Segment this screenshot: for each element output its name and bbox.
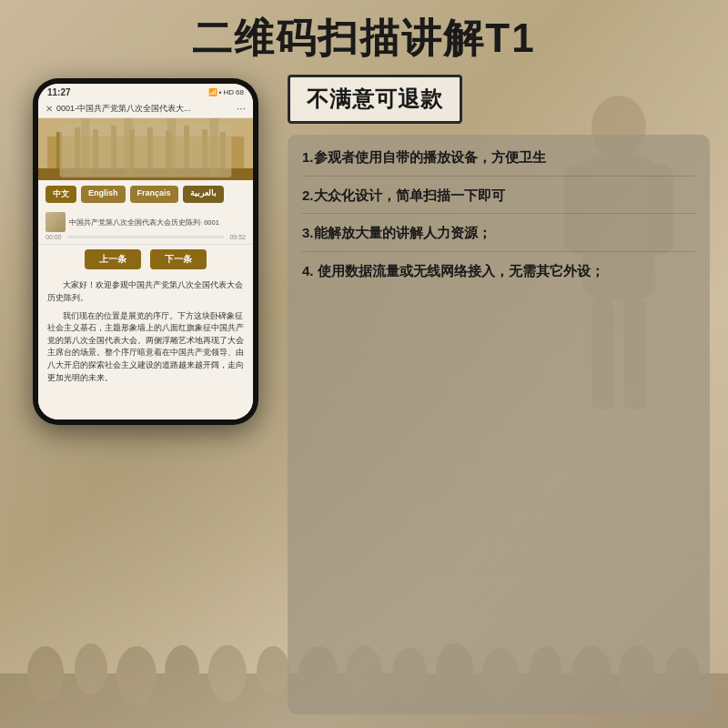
phone-screen: 11:27 📶 ▪ HD 68 ✕ 0001-中国共产党第八次全国代表大... …: [38, 84, 253, 420]
lower-section: 11:27 📶 ▪ HD 68 ✕ 0001-中国共产党第八次全国代表大... …: [18, 75, 710, 714]
text-para-2: 我们现在的位置是展览的序厅。下方这块卧碑象征社会主义基石，主题形象墙上的八面红旗…: [47, 310, 244, 385]
prev-button[interactable]: 上一条: [85, 249, 141, 269]
svg-rect-32: [202, 129, 207, 173]
feature-item-3: 3.能解放大量的讲解人力资源；: [302, 223, 695, 252]
time-current: 00:00: [46, 234, 62, 240]
svg-rect-33: [220, 132, 226, 173]
refund-text: 不满意可退款: [307, 86, 443, 111]
battery-icon: HD: [224, 88, 235, 96]
page-nav-title: 0001-中国共产党第八次全国代表大...: [56, 103, 233, 115]
content-wrapper: 二维码扫描讲解T1 11:27 📶 ▪ HD 68: [0, 0, 728, 728]
lang-tab-english[interactable]: English: [81, 186, 126, 203]
feature-item-2: 2.大众化设计，简单扫描一下即可: [302, 186, 695, 215]
browser-nav-bar: ✕ 0001-中国共产党第八次全国代表大... ···: [38, 99, 253, 118]
time-total: 09:52: [229, 234, 246, 240]
audio-thumbnail: [46, 212, 66, 232]
hero-image: [38, 118, 253, 180]
language-tabs: 中文 English Français بالعربية: [38, 180, 253, 208]
lang-tab-arabic[interactable]: بالعربية: [183, 186, 224, 203]
page-title: 二维码扫描讲解T1: [18, 16, 710, 60]
svg-rect-27: [111, 126, 116, 173]
signal-icon: 📶: [208, 88, 217, 96]
svg-rect-22: [38, 118, 253, 180]
wifi-icon: ▪: [219, 88, 222, 96]
more-button[interactable]: ···: [237, 102, 246, 115]
svg-rect-26: [93, 129, 98, 173]
text-para-1: 大家好！欢迎参观中国共产党第八次全国代表大会历史陈列。: [47, 279, 244, 304]
phone-wrapper: 11:27 📶 ▪ HD 68 ✕ 0001-中国共产党第八次全国代表大... …: [18, 75, 273, 714]
text-content: 大家好！欢迎参观中国共产党第八次全国代表大会历史陈列。 我们现在的位置是展览的序…: [38, 274, 253, 420]
battery-level: 68: [236, 88, 244, 96]
svg-rect-29: [147, 127, 153, 173]
lang-tab-chinese[interactable]: 中文: [46, 186, 76, 203]
svg-rect-24: [56, 132, 62, 173]
lang-tab-french[interactable]: Français: [130, 186, 178, 203]
feature-item-1: 1.参观者使用自带的播放设备，方便卫生: [302, 147, 695, 177]
next-button[interactable]: 下一条: [150, 249, 207, 269]
right-panel: 不满意可退款 1.参观者使用自带的播放设备，方便卫生 2.大众化设计，简单扫描一…: [288, 75, 710, 714]
audio-title: 中国共产党第八次全国代表大会历史陈列· 0001: [69, 218, 246, 228]
phone-mockup: 11:27 📶 ▪ HD 68 ✕ 0001-中国共产党第八次全国代表大... …: [33, 78, 258, 425]
status-bar: 11:27 📶 ▪ HD 68: [38, 84, 253, 99]
audio-player: 中国共产党第八次全国代表大会历史陈列· 0001 00:00 09:52: [38, 208, 253, 245]
svg-rect-30: [166, 131, 171, 173]
svg-rect-28: [129, 129, 135, 173]
svg-rect-25: [75, 127, 80, 173]
audio-info: 中国共产党第八次全国代表大会历史陈列· 0001: [46, 212, 246, 232]
building-illustration: [38, 118, 253, 180]
svg-rect-31: [184, 126, 189, 173]
status-time: 11:27: [47, 87, 71, 97]
status-icons: 📶 ▪ HD 68: [208, 88, 244, 96]
feature-item-4: 4. 使用数据流量或无线网络接入，无需其它外设；: [302, 261, 695, 282]
svg-rect-23: [47, 136, 244, 173]
refund-badge: 不满意可退款: [288, 75, 462, 124]
features-panel: 1.参观者使用自带的播放设备，方便卫生 2.大众化设计，简单扫描一下即可 3.能…: [288, 135, 710, 714]
close-button[interactable]: ✕: [46, 104, 53, 114]
audio-controls: 00:00 09:52: [46, 234, 246, 240]
progress-bar[interactable]: [67, 236, 225, 238]
svg-rect-34: [38, 168, 253, 180]
nav-buttons: 上一条 下一条: [38, 245, 253, 274]
